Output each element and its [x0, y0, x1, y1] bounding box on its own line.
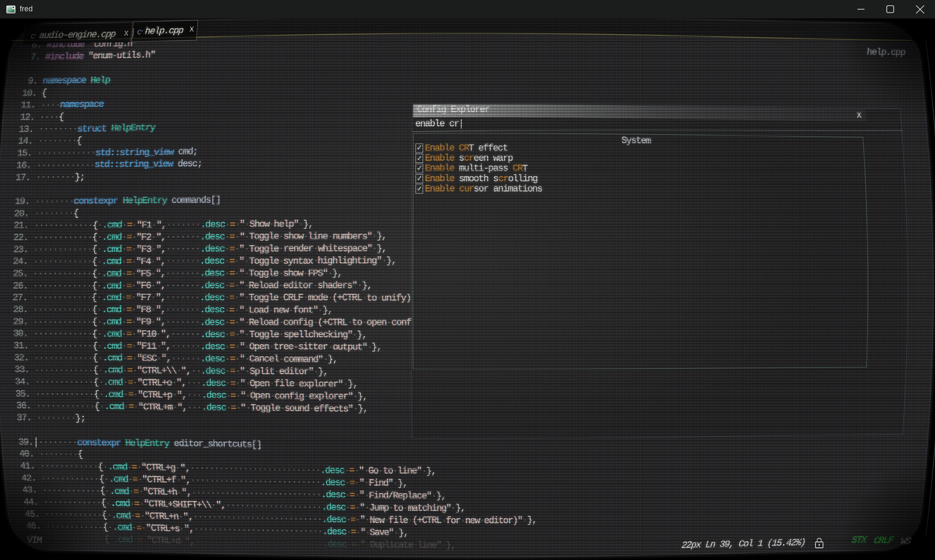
svg-text:+: +: [141, 29, 143, 34]
svg-text:+: +: [34, 34, 36, 38]
